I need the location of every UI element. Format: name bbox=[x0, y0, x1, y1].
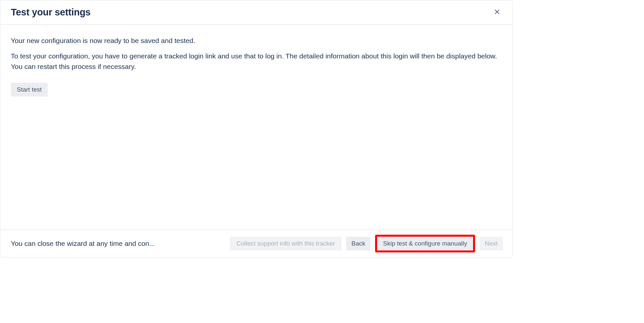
settings-test-dialog: Test your settings Your new configuratio… bbox=[0, 0, 513, 257]
start-test-button[interactable]: Start test bbox=[11, 83, 48, 97]
dialog-footer: You can close the wizard at any time and… bbox=[0, 229, 512, 257]
dialog-header: Test your settings bbox=[0, 0, 512, 25]
intro-text-2: To test your configuration, you have to … bbox=[11, 51, 502, 72]
close-icon bbox=[494, 9, 500, 16]
collect-support-button[interactable]: Collect support info with this tracker bbox=[230, 237, 342, 250]
dialog-title: Test your settings bbox=[11, 7, 90, 18]
footer-hint-text: You can close the wizard at any time and… bbox=[11, 240, 155, 248]
skip-test-button[interactable]: Skip test & configure manually bbox=[377, 237, 473, 250]
dialog-body: Your new configuration is now ready to b… bbox=[0, 25, 512, 229]
back-button[interactable]: Back bbox=[346, 237, 370, 250]
skip-button-highlight: Skip test & configure manually bbox=[375, 235, 475, 252]
footer-buttons: Collect support info with this tracker B… bbox=[230, 235, 503, 252]
next-button[interactable]: Next bbox=[480, 237, 503, 250]
close-button[interactable] bbox=[492, 7, 502, 17]
intro-text-1: Your new configuration is now ready to b… bbox=[11, 35, 502, 46]
